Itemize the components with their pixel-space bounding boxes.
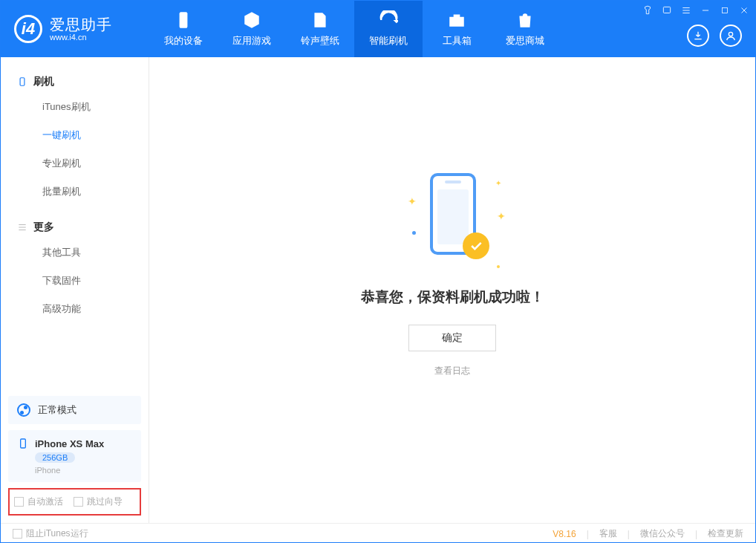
app-logo[interactable]: i4 爱思助手 www.i4.cn (1, 1, 149, 57)
refresh-shield-icon (379, 10, 398, 30)
view-log-link[interactable]: 查看日志 (434, 365, 470, 377)
svg-rect-0 (180, 12, 188, 28)
bag-icon (515, 10, 535, 30)
device-mode-card[interactable]: 正常模式 (8, 396, 141, 424)
main-content: ✦ ✦ ✦ 恭喜您，保资料刷机成功啦！ 确定 查看日志 (149, 57, 755, 523)
svg-point-1 (729, 32, 732, 36)
device-model: iPhone (35, 466, 60, 475)
sparkle-icon: ✦ (495, 179, 501, 187)
sidebar-item-advanced[interactable]: 高级功能 (1, 295, 149, 323)
success-illustration: ✦ ✦ ✦ (408, 173, 497, 270)
flash-options-panel: 自动激活 跳过向导 (8, 488, 141, 516)
device-name: iPhone XS Max (35, 438, 104, 449)
svg-rect-2 (663, 7, 670, 13)
nav-label: 智能刷机 (369, 34, 408, 48)
version-label: V8.16 (553, 529, 576, 539)
sidebar-item-itunes-flash[interactable]: iTunes刷机 (1, 93, 149, 121)
success-message: 恭喜您，保资料刷机成功啦！ (361, 287, 544, 307)
nav-apps-games[interactable]: 应用游戏 (218, 1, 286, 57)
sparkle-icon: ✦ (408, 195, 417, 207)
checkbox-icon (74, 497, 83, 507)
close-button[interactable] (734, 2, 754, 19)
nav-toolbox[interactable]: 工具箱 (423, 1, 491, 57)
checkbox-icon (13, 529, 22, 539)
feedback-icon[interactable] (657, 2, 677, 19)
sidebar-group-flash: 刷机 (1, 71, 149, 93)
sidebar-item-download-firmware[interactable]: 下载固件 (1, 267, 149, 295)
dot-icon (497, 265, 500, 268)
nav-my-device[interactable]: 我的设备 (149, 1, 218, 57)
music-file-icon (310, 10, 330, 30)
phone-small-icon (17, 77, 27, 87)
sparkle-icon: ✦ (497, 210, 506, 222)
auto-activate-checkbox[interactable]: 自动激活 (14, 495, 63, 508)
sidebar-group-more: 更多 (1, 216, 149, 238)
svg-rect-5 (21, 439, 26, 448)
maximize-button[interactable] (715, 2, 734, 19)
mode-label: 正常模式 (38, 403, 76, 417)
dot-icon (412, 231, 416, 235)
skip-guide-checkbox[interactable]: 跳过向导 (74, 495, 123, 508)
app-name: 爱思助手 (50, 16, 112, 33)
device-card[interactable]: iPhone XS Max 256GB iPhone (8, 430, 141, 482)
sidebar: 刷机 iTunes刷机 一键刷机 专业刷机 批量刷机 更多 其他工具 下载固件 … (1, 57, 149, 523)
nav-label: 爱思商城 (506, 34, 544, 48)
device-storage: 256GB (35, 452, 75, 463)
ok-button[interactable]: 确定 (408, 325, 496, 351)
check-update-link[interactable]: 检查更新 (708, 527, 743, 540)
app-url: www.i4.cn (50, 33, 112, 42)
download-button[interactable] (687, 25, 709, 47)
svg-rect-4 (20, 78, 25, 86)
block-itunes-checkbox[interactable]: 阻止iTunes运行 (13, 527, 88, 540)
support-link[interactable]: 客服 (599, 527, 617, 540)
nav-label: 工具箱 (443, 34, 472, 48)
device-phone-icon (17, 438, 29, 449)
nav-smart-flash[interactable]: 智能刷机 (354, 1, 423, 57)
nav-ringtones-wallpaper[interactable]: 铃声壁纸 (286, 1, 354, 57)
window-controls (638, 2, 754, 19)
wechat-link[interactable]: 微信公众号 (640, 527, 685, 540)
skin-icon[interactable] (638, 2, 657, 19)
top-nav: 我的设备 应用游戏 铃声壁纸 智能刷机 工具箱 爱思商城 (149, 1, 559, 57)
list-icon (17, 222, 27, 233)
sidebar-item-batch-flash[interactable]: 批量刷机 (1, 178, 149, 206)
header: i4 爱思助手 www.i4.cn 我的设备 应用游戏 铃声壁纸 智能刷机 工具… (1, 1, 755, 57)
nav-label: 我的设备 (164, 34, 203, 48)
sidebar-item-one-click-flash[interactable]: 一键刷机 (1, 121, 149, 149)
nav-label: 铃声壁纸 (301, 34, 339, 48)
nav-label: 应用游戏 (232, 34, 271, 48)
sidebar-item-pro-flash[interactable]: 专业刷机 (1, 149, 149, 178)
logo-icon: i4 (14, 15, 42, 43)
menu-icon[interactable] (677, 2, 696, 19)
nav-store[interactable]: 爱思商城 (491, 1, 559, 57)
sidebar-item-other-tools[interactable]: 其他工具 (1, 238, 149, 267)
cube-icon (242, 10, 261, 30)
minimize-button[interactable] (696, 2, 715, 19)
phone-icon (174, 10, 193, 30)
checkbox-icon (14, 497, 24, 507)
footer: 阻止iTunes运行 V8.16 | 客服 | 微信公众号 | 检查更新 (1, 523, 755, 543)
user-button[interactable] (720, 25, 742, 47)
success-badge-icon (463, 233, 489, 259)
svg-rect-3 (723, 8, 728, 13)
mode-icon (17, 403, 30, 417)
toolbox-icon (447, 10, 466, 30)
